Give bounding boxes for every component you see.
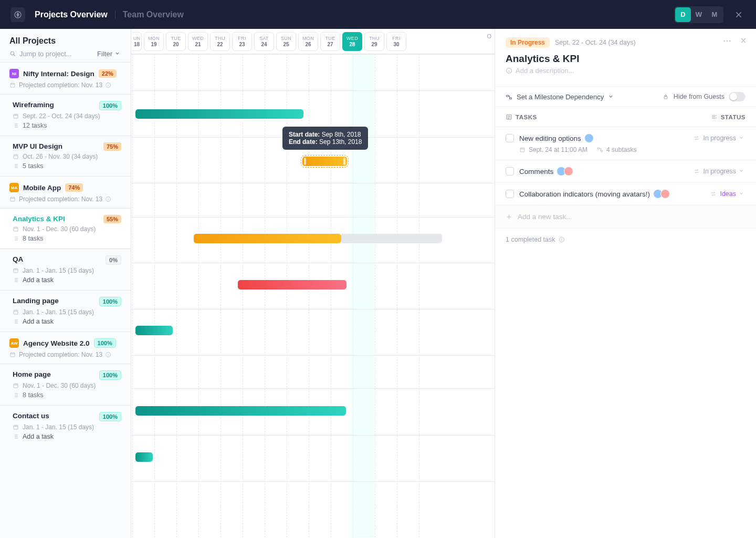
task-status-select[interactable]: In progress bbox=[694, 168, 746, 175]
task-status-select[interactable]: Ideas bbox=[710, 190, 746, 198]
milestone-name: Wireframing bbox=[13, 101, 54, 109]
bar-landing-page[interactable] bbox=[135, 326, 173, 335]
completed-tasks-link[interactable]: 1 completed task bbox=[495, 229, 756, 251]
bar-wireframing[interactable] bbox=[135, 109, 303, 119]
svg-rect-28 bbox=[664, 96, 667, 99]
date-cell[interactable]: MON26 bbox=[298, 32, 318, 51]
milestone-item[interactable]: Home page 100% Nov. 1 - Dec. 30 (60 days… bbox=[0, 364, 131, 405]
plus-icon bbox=[506, 213, 512, 220]
milestone-item[interactable]: Landing page 100% Jan. 1 - Jan. 15 (15 d… bbox=[0, 290, 131, 332]
detail-description-input[interactable]: Add a description... bbox=[506, 67, 746, 75]
app-logo[interactable] bbox=[10, 7, 25, 22]
date-cell[interactable]: TUE20 bbox=[166, 32, 186, 51]
search-input[interactable]: Jump to project... bbox=[9, 50, 72, 58]
svg-point-11 bbox=[108, 198, 109, 198]
more-icon[interactable] bbox=[722, 36, 732, 46]
milestone-subline: 8 tasks bbox=[23, 235, 44, 242]
svg-point-33 bbox=[559, 237, 564, 242]
milestone-item[interactable]: Analytics & KPI 55% Nov. 1 - Dec. 30 (60… bbox=[0, 208, 131, 249]
milestone-name: MVP UI Design bbox=[13, 142, 62, 150]
swap-icon bbox=[710, 191, 717, 198]
milestone-progress-badge: 55% bbox=[103, 215, 121, 223]
detail-date-range[interactable]: Sept. 22 - Oct. 24 (34 days) bbox=[555, 39, 636, 46]
task-row[interactable]: Collaboration indicators (moving avatars… bbox=[495, 183, 756, 205]
project-meta: Projected completion: Nov. 13 bbox=[19, 81, 102, 89]
date-cell[interactable]: MON19 bbox=[144, 32, 164, 51]
svg-rect-9 bbox=[10, 197, 15, 201]
bar-home-page[interactable] bbox=[135, 406, 346, 416]
status-badge[interactable]: In Progress bbox=[506, 37, 550, 48]
milestone-subline[interactable]: Add a task bbox=[23, 318, 54, 325]
tasks-header: TASKS bbox=[516, 114, 537, 120]
info-icon bbox=[105, 196, 112, 203]
calendar-icon bbox=[13, 382, 19, 389]
date-cell[interactable]: WED28 bbox=[342, 32, 362, 51]
date-cell[interactable]: THU29 bbox=[364, 32, 384, 51]
bar-analytics-kpi-remaining[interactable] bbox=[341, 234, 442, 243]
status-icon bbox=[711, 113, 718, 120]
tab-projects-overview[interactable]: Projects Overview bbox=[35, 8, 108, 22]
detail-title[interactable]: Analytics & KPI bbox=[506, 53, 746, 65]
view-mode-week[interactable]: W bbox=[691, 7, 707, 22]
milestone-date: Oct. 26 - Nov. 30 (34 days) bbox=[23, 153, 98, 160]
bar-analytics-kpi-progress[interactable] bbox=[194, 234, 341, 243]
svg-rect-16 bbox=[10, 353, 15, 357]
milestone-subline[interactable]: Add a task bbox=[23, 276, 54, 284]
milestone-item[interactable]: MVP UI Design 75% Oct. 26 - Nov. 30 (34 … bbox=[0, 136, 131, 176]
milestone-item[interactable]: Wireframing 100% Sept. 22 - Oct. 24 (34 … bbox=[0, 94, 131, 136]
close-panel-icon[interactable] bbox=[739, 36, 748, 46]
task-checkbox[interactable] bbox=[506, 167, 514, 175]
svg-rect-27 bbox=[510, 98, 512, 99]
svg-rect-30 bbox=[520, 148, 524, 152]
nav-divider bbox=[115, 11, 116, 19]
task-status-select[interactable]: In progress bbox=[694, 134, 746, 142]
date-cell[interactable]: THU22 bbox=[210, 32, 230, 51]
calendar-icon bbox=[13, 267, 19, 274]
svg-rect-8 bbox=[14, 154, 18, 159]
date-cell[interactable]: FRI23 bbox=[232, 32, 252, 51]
svg-rect-26 bbox=[507, 95, 509, 97]
task-checkbox[interactable] bbox=[506, 134, 514, 142]
project-group[interactable]: MA Mobile App 74% Projected completion: … bbox=[0, 176, 131, 208]
app-header: Projects Overview Team Overview D W M bbox=[0, 0, 756, 29]
view-mode-switch: D W M bbox=[674, 6, 723, 23]
timeline-lanes[interactable]: Start date: Sep 8th, 2018 End date: Sep … bbox=[131, 54, 495, 537]
date-cell[interactable]: WED21 bbox=[188, 32, 208, 51]
date-cell[interactable]: SAT24 bbox=[254, 32, 274, 51]
chevron-down-icon bbox=[608, 94, 615, 100]
svg-rect-21 bbox=[14, 425, 18, 429]
tab-team-overview[interactable]: Team Overview bbox=[123, 8, 184, 22]
list-icon bbox=[13, 122, 19, 129]
milestone-item[interactable]: Contact us 100% Jan. 1 - Jan. 15 (15 day… bbox=[0, 405, 131, 447]
milestone-subline[interactable]: Add a task bbox=[23, 433, 54, 440]
task-row[interactable]: Comments In progress bbox=[495, 160, 756, 183]
bar-contact-us[interactable] bbox=[135, 452, 153, 462]
detail-panel: In Progress Sept. 22 - Oct. 24 (34 days)… bbox=[495, 29, 756, 538]
project-group[interactable]: NI Nifty Internal: Design 22% Projected … bbox=[0, 62, 131, 94]
add-task-button[interactable]: Add a new task... bbox=[495, 205, 756, 229]
set-dependency-button[interactable]: Set a Milestone Dependency bbox=[506, 93, 615, 101]
task-row[interactable]: New editing options In progress Sept. 24… bbox=[495, 127, 756, 160]
date-cell[interactable]: SUN25 bbox=[276, 32, 296, 51]
view-mode-month[interactable]: M bbox=[707, 7, 722, 22]
calendar-icon bbox=[9, 82, 16, 89]
bar-mvp-ui-design[interactable] bbox=[302, 157, 347, 166]
date-cell[interactable]: UN18 bbox=[132, 32, 142, 51]
milestone-progress-badge: 100% bbox=[99, 101, 121, 110]
milestone-date: Nov. 1 - Dec. 30 (60 days) bbox=[23, 382, 96, 389]
task-subtasks[interactable]: 4 subtasks bbox=[597, 146, 636, 153]
bar-qa[interactable] bbox=[238, 280, 346, 289]
info-icon bbox=[506, 67, 512, 74]
hide-guests-toggle[interactable] bbox=[729, 92, 746, 101]
task-checkbox[interactable] bbox=[506, 190, 514, 198]
project-group[interactable]: AW Agency Website 2.0 100% Projected com… bbox=[0, 332, 131, 364]
close-icon[interactable] bbox=[732, 8, 746, 22]
date-cell[interactable]: FRI30 bbox=[386, 32, 406, 51]
view-mode-day[interactable]: D bbox=[675, 7, 691, 22]
milestone-item[interactable]: QA 0% Jan. 1 - Jan. 15 (15 days) Add a t… bbox=[0, 249, 131, 290]
filter-button[interactable]: Filter bbox=[97, 50, 121, 58]
date-cell[interactable]: TUE27 bbox=[320, 32, 340, 51]
project-icon: MA bbox=[9, 183, 19, 192]
svg-point-24 bbox=[729, 40, 731, 42]
milestone-name: Contact us bbox=[13, 412, 49, 420]
